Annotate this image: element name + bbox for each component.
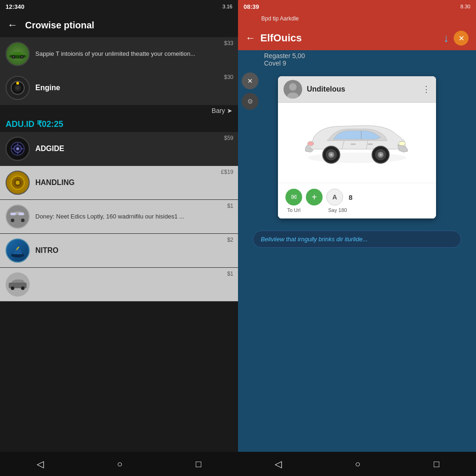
email-icon: ✉ [291, 193, 297, 201]
doney-subtitle: Doney: Neet Edics Loptly, 160 wadrnifilu… [35, 213, 185, 220]
nav-home-right[interactable]: ○ [347, 455, 368, 473]
action-number: 8 [349, 193, 352, 201]
message-input-placeholder[interactable]: Beliviiew that irngully brinks dir iturl… [253, 231, 461, 248]
item-price-handling: £$19 [221, 169, 233, 175]
svg-point-8 [16, 82, 19, 85]
svg-point-7 [16, 86, 20, 90]
plus-button[interactable]: + [306, 189, 323, 205]
svg-point-32 [330, 153, 333, 156]
back-button-right[interactable]: ← [245, 32, 256, 44]
top-bar-left: ← Crowise ptional [0, 13, 238, 37]
subtitle-row: Bpd tip Aarkdle [238, 13, 476, 26]
item-subtitle: Sappie T intoionis of your unlimited the… [35, 50, 195, 57]
item-price-nitro: $2 [227, 237, 233, 243]
item-text-handling: HANDLING [35, 178, 232, 187]
list-item-engine[interactable]: $30 Engine [0, 71, 238, 105]
engine-icon [6, 76, 30, 100]
car-small-icon [6, 205, 30, 229]
nav-back-left[interactable]: ◁ [29, 455, 51, 473]
list-item[interactable]: $33 Sappie T intoionis of your unlimited… [0, 37, 238, 71]
download-button[interactable]: ↓ [443, 32, 449, 45]
battery-right: 8.30 [461, 4, 470, 9]
item-text-adgide: ADGIDE [35, 145, 232, 153]
bottom-nav-left: ◁ ○ □ [0, 452, 238, 476]
adgide-title: ADGIDE [35, 145, 64, 152]
list-item-handling[interactable]: £$19 HANDLING [0, 166, 238, 200]
side-close-icon: ✕ [247, 77, 253, 85]
status-bar-right: 08:39 8.30 [238, 0, 476, 13]
car-image [297, 110, 417, 175]
say-label: Say 180 [328, 207, 347, 213]
item-text: Sappie T intoionis of your unlimited the… [35, 49, 232, 58]
item-text-nitro: NITRO [35, 246, 232, 255]
car-green-icon [6, 42, 30, 66]
nav-square-right[interactable]: □ [426, 455, 447, 473]
a-label: A [332, 193, 337, 201]
status-icons-left: 3.16 [223, 4, 232, 9]
svg-point-25 [289, 83, 297, 91]
list-item-misc[interactable]: $1 [0, 268, 238, 302]
item-price-misc: $1 [227, 271, 233, 277]
to-url-label: To Url [285, 207, 302, 213]
top-bar-right: ← ElfOuics ↓ ✕ [238, 26, 476, 50]
side-close-button[interactable]: ✕ [242, 73, 258, 89]
card-body [278, 103, 436, 183]
misc-icon [6, 272, 30, 297]
list-item-nitro[interactable]: $2 NITRO [0, 234, 238, 268]
a-button[interactable]: A [326, 189, 343, 205]
car-card: Unditelous ⋮ [278, 76, 436, 218]
handling-icon [6, 171, 30, 195]
number-display: 8 [347, 189, 354, 205]
adu-id-row: ADU.ID ₹02:25 [0, 116, 238, 132]
svg-point-16 [11, 218, 14, 222]
main-title-right: ElfOuics [260, 32, 439, 44]
left-panel: 12:340 3.16 ← Crowise ptional $33 [0, 0, 238, 476]
svg-point-17 [21, 218, 25, 222]
close-icon: ✕ [458, 34, 464, 43]
card-actions: ✉ + A 8 To Url Say 180 [278, 183, 436, 218]
email-button[interactable]: ✉ [285, 189, 302, 205]
nav-home-left[interactable]: ○ [109, 455, 130, 473]
page-title-left: Crowise ptional [25, 20, 94, 31]
input-row: Beliviiew that irngully brinks dir iturl… [245, 226, 469, 252]
handling-title: HANDLING [35, 178, 74, 186]
side-settings-icon: ⚙ [247, 98, 253, 105]
svg-point-37 [399, 141, 406, 145]
svg-rect-19 [19, 212, 24, 215]
bmw-car-svg [301, 115, 413, 171]
right-panel: 08:39 8.30 Bpd tip Aarkdle ← ElfOuics ↓ … [238, 0, 476, 476]
svg-point-22 [11, 286, 14, 290]
list-item-doney[interactable]: $1 Doney: Neet Edics Loptly, 160 wadrnif… [0, 200, 238, 234]
svg-point-23 [21, 286, 25, 290]
header-subtitle: Bpd tip Aarkdle [261, 15, 299, 22]
battery-left: 3.16 [223, 4, 232, 9]
item-price: $33 [224, 40, 233, 46]
item-text-engine: Engine [35, 84, 232, 92]
nav-square-left[interactable]: □ [188, 455, 209, 473]
list-item-adgide[interactable]: $59 ADGIDE [0, 132, 238, 166]
svg-point-38 [308, 141, 314, 145]
bary-row[interactable]: Bary ➤ [0, 105, 238, 116]
svg-point-36 [379, 153, 382, 156]
nav-back-right[interactable]: ◁ [267, 455, 289, 473]
item-price-doney: $1 [227, 203, 233, 209]
register-covel-row: Regaster 5,00 Covel 9 [238, 50, 476, 69]
bottom-nav-right: ◁ ○ □ [238, 452, 476, 476]
item-price-adgide: $59 [224, 135, 233, 141]
svg-rect-39 [350, 144, 356, 145]
back-button-left[interactable]: ← [7, 19, 18, 31]
svg-rect-40 [368, 144, 373, 145]
status-icons-right: 8.30 [461, 4, 470, 9]
action-buttons: ✉ + A 8 [285, 189, 429, 205]
close-button[interactable]: ✕ [454, 31, 469, 46]
card-menu-icon[interactable]: ⋮ [422, 84, 430, 94]
card-avatar [284, 80, 302, 99]
bary-text: Bary ➤ [212, 107, 232, 114]
adgide-icon [6, 137, 30, 161]
item-price-engine: $30 [224, 74, 233, 80]
side-settings-button[interactable]: ⚙ [242, 93, 258, 110]
register-text: Regaster 5,00 [264, 52, 450, 60]
item-text-doney: Doney: Neet Edics Loptly, 160 wadrnifilu… [35, 212, 232, 221]
plus-icon: + [311, 192, 317, 203]
side-buttons: ✕ ⚙ [238, 69, 262, 113]
